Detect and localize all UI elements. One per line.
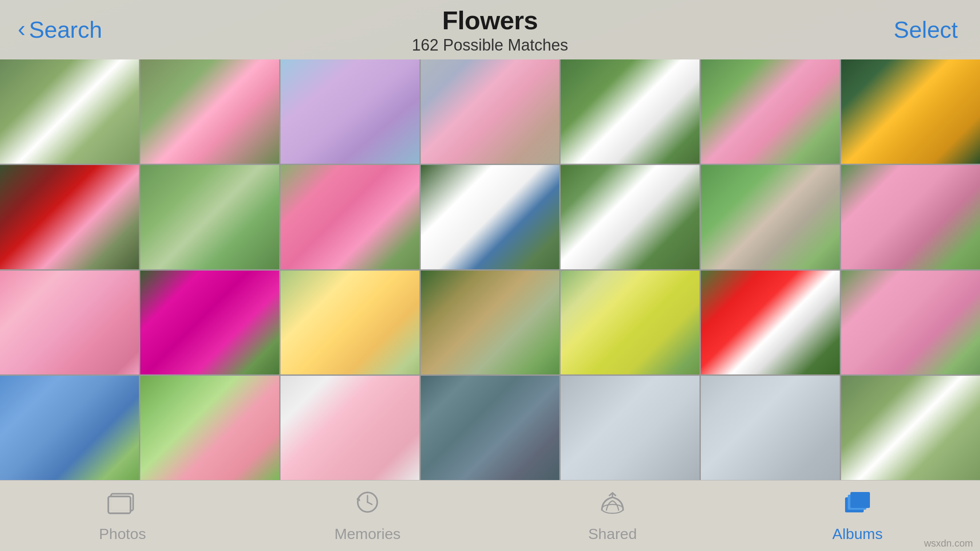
photo-cell[interactable] [421,165,560,269]
photo-cell[interactable] [561,376,699,480]
photo-cell[interactable] [701,59,840,164]
photo-cell[interactable] [841,376,980,480]
select-button[interactable]: Select [893,16,958,43]
photos-icon [107,489,138,521]
photo-cell[interactable] [140,271,279,375]
tab-shared-label: Shared [588,525,637,543]
photo-cell[interactable] [140,376,279,480]
photo-cell[interactable] [0,59,139,164]
photo-grid [0,59,980,480]
photo-cell[interactable] [561,165,699,269]
photo-cell[interactable] [421,271,560,375]
svg-rect-7 [850,492,870,508]
photo-cell[interactable] [421,59,560,164]
watermark: wsxdn.com [924,538,973,549]
tab-albums[interactable]: Albums [735,489,980,543]
back-label: Search [29,16,102,43]
photo-cell[interactable] [701,165,840,269]
tab-memories[interactable]: Memories [245,489,490,543]
memories-icon [352,489,383,521]
photo-cell[interactable] [140,165,279,269]
header: ‹ Search Flowers 162 Possible Matches Se… [0,0,980,59]
back-chevron-icon: ‹ [18,17,25,40]
page-title: Flowers [412,5,568,35]
back-button[interactable]: ‹ Search [18,16,102,43]
svg-rect-1 [108,496,130,513]
tab-photos[interactable]: Photos [0,489,245,543]
photo-cell[interactable] [841,165,980,269]
tab-albums-label: Albums [832,525,882,543]
photo-cell[interactable] [701,376,840,480]
tab-memories-label: Memories [334,525,400,543]
tab-shared[interactable]: Shared [490,489,735,543]
photo-cell[interactable] [561,59,699,164]
photo-cell[interactable] [140,59,279,164]
photo-cell[interactable] [281,165,419,269]
photo-cell[interactable] [281,376,419,480]
photo-cell[interactable] [561,271,699,375]
photo-cell[interactable] [0,376,139,480]
shared-icon [597,489,628,521]
tab-photos-label: Photos [99,525,146,543]
photo-cell[interactable] [841,271,980,375]
photo-cell[interactable] [841,59,980,164]
photo-cell[interactable] [701,271,840,375]
match-count: 162 Possible Matches [412,36,568,55]
photo-cell[interactable] [421,376,560,480]
svg-point-4 [602,504,623,513]
photo-cell[interactable] [281,59,419,164]
tab-bar: Photos Memories Shared [0,480,980,551]
photo-cell[interactable] [0,165,139,269]
albums-icon [842,489,873,521]
photo-cell[interactable] [281,271,419,375]
photo-cell[interactable] [0,271,139,375]
header-center: Flowers 162 Possible Matches [412,5,568,55]
